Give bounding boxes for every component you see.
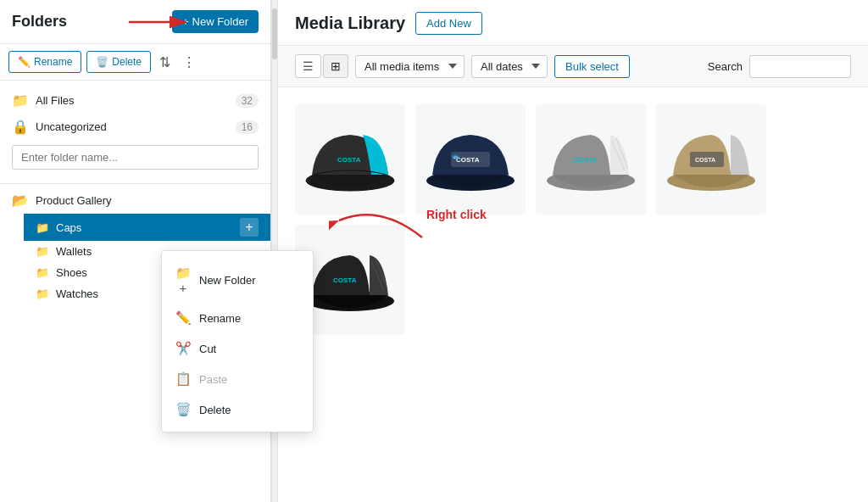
add-new-button[interactable]: Add New (415, 12, 482, 35)
search-input[interactable] (749, 55, 851, 78)
file-list: 📁 All Files 32 🔒 Uncategorized 16 (0, 81, 270, 184)
caps-add-button[interactable]: + (240, 218, 259, 237)
folder-icon: 📁 (36, 287, 49, 300)
folder-icon: 📁 (36, 245, 49, 258)
folder-icon: 📂 (12, 192, 29, 209)
delete-button[interactable]: 🗑️ Delete (86, 51, 151, 73)
hat-image-5: COSTA (303, 240, 397, 321)
caps-folder-item[interactable]: 📁 Caps + (24, 214, 270, 241)
context-menu-paste: 📋 Paste (162, 364, 313, 394)
cut-menu-icon: ✂️ (175, 341, 191, 356)
folder-icon: 📁 (36, 266, 49, 279)
new-folder-menu-icon: 📁+ (175, 265, 191, 295)
right-click-arrow (329, 195, 431, 246)
all-files-item[interactable]: 📁 All Files 32 (0, 87, 270, 114)
rename-button[interactable]: ✏️ Rename (8, 51, 81, 73)
bulk-select-button[interactable]: Bulk select (554, 55, 630, 78)
search-label: Search (708, 60, 743, 73)
context-menu-rename[interactable]: ✏️ Rename (162, 303, 313, 333)
context-menu-cut[interactable]: ✂️ Cut (162, 333, 313, 364)
uncategorized-item[interactable]: 🔒 Uncategorized 16 (0, 114, 270, 140)
list-view-button[interactable]: ☰ (295, 54, 321, 78)
grid-view-button[interactable]: ⊞ (323, 54, 348, 78)
trash-icon: 🗑️ (96, 56, 108, 68)
scrollbar-thumb (272, 8, 277, 59)
more-options-icon[interactable]: ⋮ (179, 53, 199, 72)
folder-blue-icon: 📁 (36, 221, 49, 234)
sort-icon[interactable]: ⇅ (156, 53, 174, 72)
rename-menu-icon: ✏️ (175, 310, 191, 326)
paste-menu-icon: 📋 (175, 371, 191, 387)
sidebar-header: Folders + New Folder (0, 0, 270, 44)
media-filter-select[interactable]: All media items Images Videos Audio (355, 55, 465, 78)
filter-bar: ☰ ⊞ All media items Images Videos Audio … (278, 46, 868, 87)
svg-text:COSTA: COSTA (337, 156, 361, 164)
folder-protected-icon: 🔒 (12, 119, 29, 135)
media-item[interactable]: COSTA (536, 104, 646, 215)
svg-text:🐟: 🐟 (452, 152, 460, 160)
view-toggle: ☰ ⊞ (295, 54, 348, 78)
sidebar: Folders + New Folder ✏️ Rename 🗑️ Delete… (0, 0, 271, 502)
main-content: Media Library Add New ☰ ⊞ All media item… (278, 0, 868, 502)
rename-icon: ✏️ (18, 56, 31, 68)
hat-image-2: COSTA 🐟 (424, 120, 517, 200)
new-folder-button[interactable]: + New Folder (172, 10, 259, 33)
media-item[interactable]: COSTA 🐟 (415, 104, 526, 215)
svg-text:COSTA: COSTA (333, 276, 357, 284)
product-gallery-item[interactable]: 📂 Product Gallery (0, 187, 270, 214)
folder-icon: 📁 (12, 92, 29, 109)
right-click-label: Right click (426, 208, 487, 221)
folder-toolbar: ✏️ Rename 🗑️ Delete ⇅ ⋮ (0, 44, 270, 81)
context-menu: 📁+ New Folder ✏️ Rename ✂️ Cut 📋 Paste 🗑… (161, 250, 314, 432)
delete-menu-icon: 🗑️ (175, 402, 191, 417)
media-item[interactable]: COSTA (656, 104, 766, 215)
context-menu-delete[interactable]: 🗑️ Delete (162, 394, 313, 425)
context-menu-new-folder[interactable]: 📁+ New Folder (162, 258, 313, 303)
sidebar-title: Folders (12, 13, 67, 31)
folder-name-input[interactable] (12, 145, 259, 170)
hat-image-1: COSTA (303, 120, 397, 200)
hat-image-3: COSTA (544, 120, 637, 200)
date-filter-select[interactable]: All dates 2024 2023 (471, 55, 548, 78)
svg-text:COSTA: COSTA (574, 156, 598, 164)
media-header: Media Library Add New (278, 0, 868, 46)
media-library-title: Media Library (295, 14, 405, 33)
svg-text:COSTA: COSTA (695, 157, 715, 163)
hat-image-4: COSTA (665, 120, 758, 200)
